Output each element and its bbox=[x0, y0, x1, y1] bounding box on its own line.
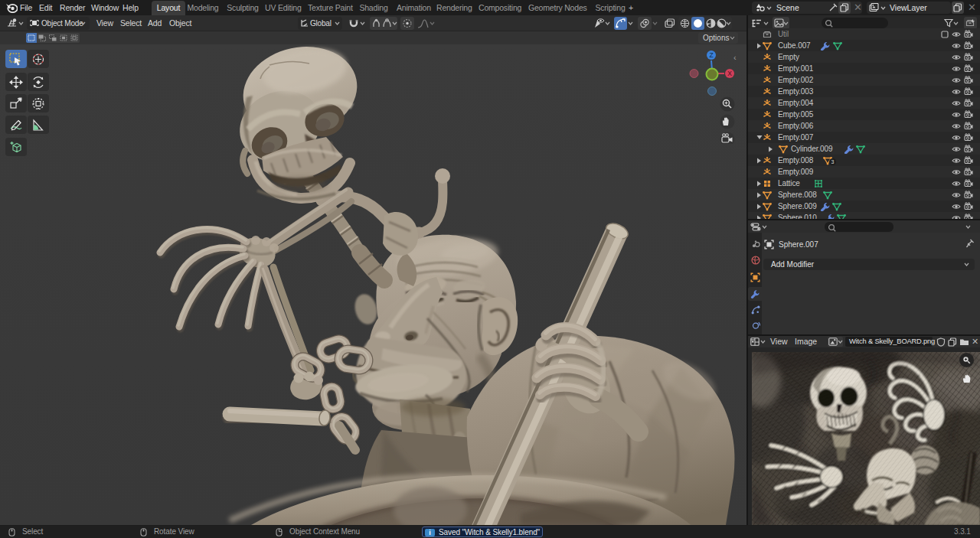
svg-text:X: X bbox=[727, 70, 732, 77]
svg-text:Z: Z bbox=[709, 51, 713, 59]
